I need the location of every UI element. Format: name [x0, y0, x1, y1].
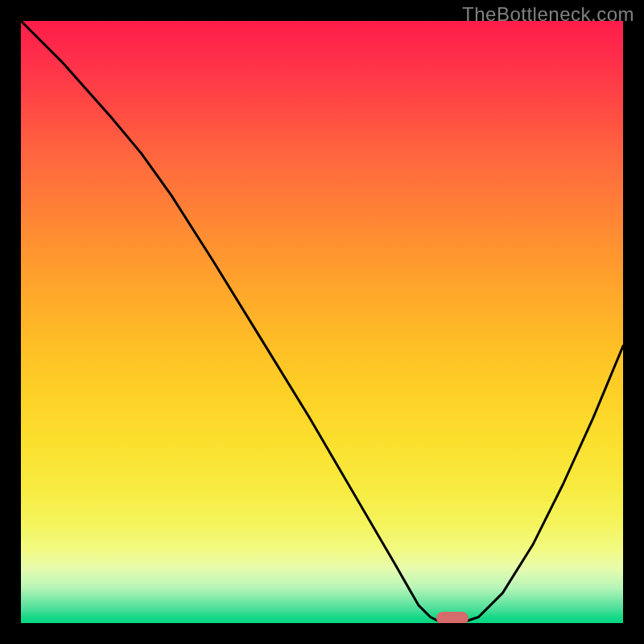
bottleneck-curve — [21, 21, 623, 623]
watermark-text: TheBottleneck.com — [462, 3, 634, 26]
optimal-marker — [436, 612, 469, 623]
plot-area — [21, 21, 623, 623]
